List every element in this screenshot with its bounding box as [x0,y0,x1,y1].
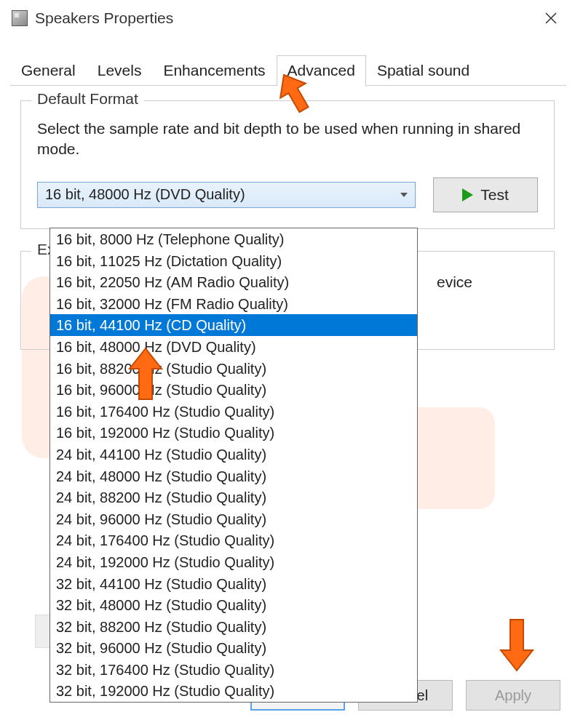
speakers-icon [12,10,28,26]
tab-label: Enhancements [163,62,265,79]
annotation-arrow [493,615,540,673]
dropdown-option[interactable]: 24 bit, 44100 Hz (Studio Quality) [50,444,417,465]
test-button[interactable]: Test [433,177,538,212]
tab-levels[interactable]: Levels [87,55,153,86]
tab-label: Spatial sound [377,62,469,79]
svg-marker-2 [501,620,533,671]
tab-spatial-sound[interactable]: Spatial sound [366,55,480,86]
test-button-label: Test [480,186,509,204]
tab-general[interactable]: General [10,55,87,86]
dropdown-option[interactable]: 16 bit, 88200 Hz (Studio Quality) [50,358,417,380]
dropdown-option[interactable]: 32 bit, 44100 Hz (Studio Quality) [50,573,417,595]
apply-button[interactable]: Apply [466,680,560,711]
tab-advanced[interactable]: Advanced [277,55,366,87]
tab-label: Levels [98,62,142,79]
dropdown-option[interactable]: 16 bit, 22050 Hz (AM Radio Quality) [50,271,417,293]
dropdown-option[interactable]: 24 bit, 48000 Hz (Studio Quality) [50,465,417,487]
window-title: Speakers Properties [35,9,539,27]
dropdown-option[interactable]: 16 bit, 11025 Hz (Dictation Quality) [50,250,417,272]
dropdown-option[interactable]: 24 bit, 192000 Hz (Studio Quality) [50,551,417,573]
tab-label: Advanced [288,62,355,79]
group-default-format: Default Format Select the sample rate an… [20,100,555,229]
dropdown-option[interactable]: 32 bit, 96000 Hz (Studio Quality) [50,637,417,659]
dropdown-option[interactable]: 16 bit, 176400 Hz (Studio Quality) [50,401,417,423]
button-label: Apply [495,687,531,704]
dropdown-option[interactable]: 16 bit, 48000 Hz (DVD Quality) [50,336,417,358]
titlebar: Speakers Properties [0,0,575,36]
dropdown-option[interactable]: 16 bit, 96000 Hz (Studio Quality) [50,379,417,401]
sample-format-dropdown: 16 bit, 8000 Hz (Telephone Quality)16 bi… [49,228,418,703]
tab-enhancements[interactable]: Enhancements [152,55,276,86]
dropdown-option[interactable]: 24 bit, 88200 Hz (Studio Quality) [50,487,417,508]
dropdown-option[interactable]: 32 bit, 48000 Hz (Studio Quality) [50,594,417,616]
dropdown-option[interactable]: 16 bit, 192000 Hz (Studio Quality) [50,422,417,444]
chevron-down-icon [400,193,408,197]
dropdown-option[interactable]: 32 bit, 176400 Hz (Studio Quality) [50,659,417,681]
dropdown-option[interactable]: 32 bit, 88200 Hz (Studio Quality) [50,616,417,638]
group-title: Default Format [31,90,144,108]
dropdown-option[interactable]: 16 bit, 8000 Hz (Telephone Quality) [50,228,417,250]
dropdown-option[interactable]: 24 bit, 96000 Hz (Studio Quality) [50,508,417,530]
select-value: 16 bit, 48000 Hz (DVD Quality) [45,186,245,203]
play-icon [462,188,473,201]
group-description: Select the sample rate and bit depth to … [37,119,538,160]
dropdown-option[interactable]: 16 bit, 32000 Hz (FM Radio Quality) [50,293,417,315]
close-button[interactable] [539,4,563,33]
tab-strip: General Levels Enhancements Advanced Spa… [10,52,566,86]
tab-label: General [21,62,76,79]
dropdown-option[interactable]: 24 bit, 176400 Hz (Studio Quality) [50,529,417,551]
dropdown-option[interactable]: 16 bit, 44100 Hz (CD Quality) [50,314,417,336]
sample-format-select[interactable]: 16 bit, 48000 Hz (DVD Quality) [37,182,416,208]
dropdown-option[interactable]: 32 bit, 192000 Hz (Studio Quality) [50,680,417,702]
